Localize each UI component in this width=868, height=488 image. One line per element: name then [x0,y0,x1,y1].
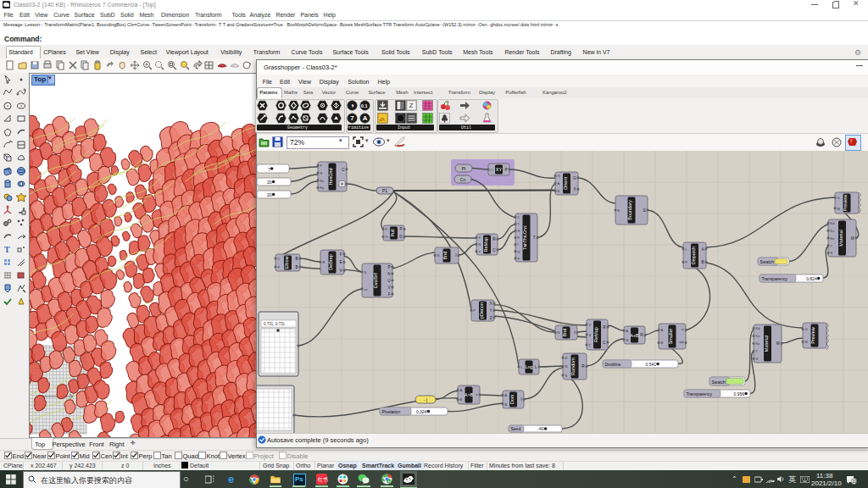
svg-text:Transparency: Transparency [687,391,713,396]
svg-text:A: A [363,114,368,122]
svg-text:0.1: 0.1 [361,103,368,108]
svg-text:N: N [558,330,560,335]
svg-text:G: G [805,327,808,331]
svg-text:0.541: 0.541 [646,362,657,367]
svg-text:A>B: A>B [465,392,474,397]
svg-text:HexGrid: HexGrid [328,168,333,185]
svg-text:Smaller: Smaller [668,329,673,345]
svg-text:N: N [387,272,390,276]
svg-text:0.324: 0.324 [416,409,427,414]
svg-text:S: S [589,333,592,337]
svg-text:Preview: Preview [843,195,848,212]
svg-text:M: M [805,340,808,344]
svg-text:T: T [533,236,536,240]
svg-text:Pixelation: Pixelation [382,409,401,414]
svg-text:20: 20 [267,192,272,197]
svg-text:P: P [387,265,390,269]
svg-text:Preview: Preview [810,327,815,344]
svg-text:Pt: Pt [462,166,466,171]
svg-text:uv: uv [364,287,368,291]
svg-text:Y: Y [489,308,492,313]
svg-text:X: X [489,302,492,306]
svg-text:M: M [851,236,854,241]
svg-text:Swatch: Swatch [712,380,726,385]
svg-text:P: P [320,164,323,168]
svg-text:T: T [4,245,10,254]
svg-text:20: 20 [267,180,272,185]
svg-text:B: B [701,260,704,264]
svg-text:ReMap: ReMap [483,237,488,252]
svg-text:Random: Random [570,358,576,375]
svg-text:P: P [399,227,402,231]
svg-text:<: < [682,328,684,332]
svg-text:Seed: Seed [511,426,521,431]
svg-text:P1: P1 [382,188,387,193]
svg-text:S: S [479,242,481,247]
svg-text:I: I [574,330,575,335]
svg-text:S: S [565,374,568,378]
svg-text:A: A [626,329,629,333]
svg-text:Boundary: Boundary [627,200,632,220]
svg-text:-40: -40 [537,426,543,431]
svg-text:N: N [518,229,520,233]
svg-text:Kd: Kd [831,221,835,225]
svg-text:Dispatch: Dispatch [691,247,696,264]
svg-text:P: P [686,260,688,264]
svg-text:B: B [558,189,560,193]
svg-text:B: B [505,402,508,407]
svg-text:Transparency: Transparency [762,276,788,281]
svg-text:A: A [460,388,463,392]
svg-text:Pull: Pull [390,229,395,236]
svg-text:Ks: Ks [831,229,835,233]
svg-text:G: G [573,176,576,180]
svg-text:G: G [386,235,388,239]
svg-text:P: P [518,257,520,261]
svg-text:H: H [388,480,391,484]
svg-text:F: F [388,292,391,297]
svg-text:C: C [278,257,281,261]
svg-text:10: 10 [852,479,857,484]
svg-text:A: A [661,328,664,332]
svg-text:Ey: Ey [320,186,325,190]
svg-text:E: E [339,260,342,264]
svg-text:Z: Z [409,102,414,109]
svg-text:B: B [460,397,463,402]
svg-text:R: R [565,356,568,360]
svg-text:S: S [364,270,367,274]
svg-text:ReMap: ReMap [593,327,598,342]
svg-text:S: S [756,357,759,361]
svg-text:R: R [518,250,520,254]
svg-text:Bnd: Bnd [442,252,448,260]
svg-text:B: B [295,265,298,269]
svg-text:Ke: Ke [756,341,761,346]
svg-text:TwnThruCrvs: TwnThruCrvs [523,225,527,250]
svg-text:P: P [504,168,507,172]
svg-text:pDecon: pDecon [479,302,484,319]
svg-text:N: N [565,364,568,369]
svg-text:M: M [837,207,840,211]
svg-text:I: I [520,397,521,402]
svg-text:Swatch: Swatch [760,259,775,264]
svg-text:◑: ◑ [350,102,354,109]
svg-text:A: A [558,181,560,186]
svg-text:0.731, 0.731: 0.731, 0.731 [264,322,286,326]
svg-text:V: V [589,323,592,327]
svg-text:U: U [387,279,390,283]
svg-text:0.956: 0.956 [734,391,745,396]
svg-text:A: A [505,393,508,397]
svg-text:Bnd: Bnd [562,329,567,337]
svg-text:EvalSrf: EvalSrf [373,273,378,288]
svg-text:V: V [479,236,481,240]
svg-text:I: I [455,253,456,258]
svg-text:Dom: Dom [509,394,515,404]
svg-text:C: C [518,215,520,219]
svg-text:B: B [295,257,298,261]
svg-text:7: 7 [268,167,270,172]
svg-text:S: S [320,171,323,175]
svg-text:Ks: Ks [756,334,760,338]
svg-text:Lng: Lng [525,364,532,369]
svg-text:F: F [340,252,342,257]
svg-text:A+B: A+B [630,333,639,338]
svg-text:P: P [386,227,388,231]
svg-text:N: N [437,253,440,258]
